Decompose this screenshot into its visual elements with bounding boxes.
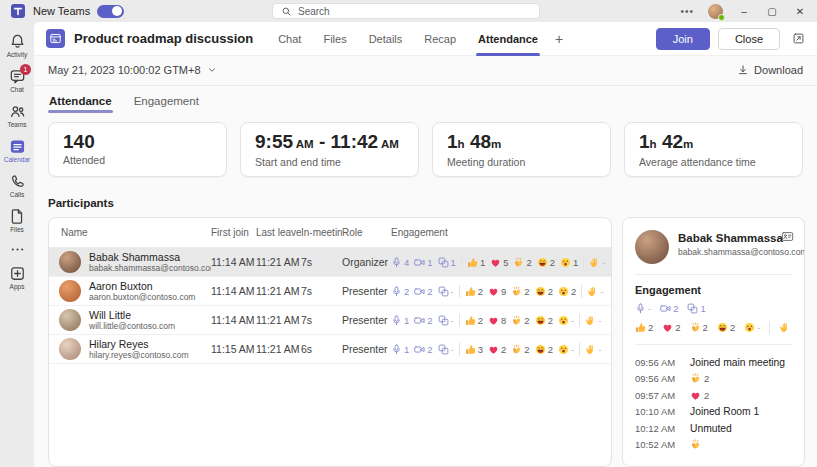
column-header[interactable]: First join xyxy=(211,227,256,238)
first-join-cell: 11:15 AM xyxy=(211,343,256,355)
user-avatar[interactable] xyxy=(708,4,723,19)
separator xyxy=(581,285,582,298)
sidebar-item-teams[interactable]: Teams xyxy=(0,98,34,133)
report-tab-engagement[interactable]: Engagement xyxy=(125,86,208,116)
camera-icon xyxy=(414,315,425,326)
sidebar-item-calls[interactable]: Calls xyxy=(0,168,34,203)
table-row[interactable]: Babak Shammassababak.shammassa@contoso.c… xyxy=(49,248,611,277)
sidebar-item-more[interactable] xyxy=(0,238,34,260)
sidebar-item-chat[interactable]: 1Chat xyxy=(0,63,34,98)
table-header-row: NameFirst joinLast leaveIn-meetin...Role… xyxy=(49,218,611,248)
report-tab-attendance[interactable]: Attendance xyxy=(40,86,121,116)
last-leave-cell: 11:21 AM xyxy=(256,314,301,326)
mic-icon xyxy=(391,257,402,268)
add-tab-button[interactable]: + xyxy=(547,31,571,47)
participant-name: Will Little xyxy=(89,310,175,321)
toggle-knob xyxy=(112,6,122,16)
download-label: Download xyxy=(754,64,803,76)
camera-icon xyxy=(414,286,425,297)
dots-icon xyxy=(9,241,26,258)
sidebar-item-calendar[interactable]: Calendar xyxy=(0,133,34,168)
table-row[interactable]: Will Littlewill.little@contoso.com11:14 … xyxy=(49,306,611,335)
maximize-button[interactable]: ▢ xyxy=(765,6,779,17)
close-window-button[interactable]: ✕ xyxy=(793,6,807,17)
file-icon xyxy=(9,208,26,225)
search-input[interactable]: Search xyxy=(272,3,540,19)
separator xyxy=(583,256,584,269)
column-header[interactable]: Engagement xyxy=(391,227,611,238)
heart-count: 2 xyxy=(488,344,506,355)
timeline-time: 09:56 AM xyxy=(635,357,681,368)
laugh-count: 2 xyxy=(717,322,735,333)
tab-attendance[interactable]: Attendance xyxy=(469,22,547,56)
card-label: Meeting duration xyxy=(447,156,596,168)
meeting-date-dropdown[interactable]: May 21, 2023 10:00:02 GTM+8 xyxy=(48,64,217,76)
tab-files[interactable]: Files xyxy=(314,22,355,56)
like-icon xyxy=(465,344,476,355)
rooms-count: - xyxy=(438,315,454,326)
timeline-time: 10:52 AM xyxy=(635,439,681,450)
teams-logo-icon xyxy=(10,3,26,19)
column-header[interactable]: Role xyxy=(342,227,391,238)
timeline-entry: 10:10 AMJoined Room 1 xyxy=(635,404,792,421)
tab-details[interactable]: Details xyxy=(360,22,412,56)
column-header[interactable]: In-meetin... xyxy=(301,227,342,238)
page-title: Product roadmap discussion xyxy=(74,31,253,46)
meeting-date: May 21, 2023 10:00:02 GTM+8 xyxy=(48,64,201,76)
heart-icon xyxy=(488,315,499,326)
raised-hand-icon xyxy=(587,286,598,297)
raised-hand-count: - xyxy=(779,322,792,333)
in-meeting-duration-cell: 6s xyxy=(301,343,342,355)
last-leave-cell: 11:21 AM xyxy=(256,285,301,297)
clap-icon xyxy=(511,344,522,355)
minimize-button[interactable]: – xyxy=(737,6,751,17)
engagement-cell: 12-3222-- xyxy=(391,343,611,356)
column-header[interactable]: Name xyxy=(49,227,211,238)
engagement-title: Engagement xyxy=(635,284,792,296)
search-icon xyxy=(281,6,292,17)
presence-indicator xyxy=(718,14,725,21)
summary-cards: 140Attended9:55 AM - 11:42 AMStart and e… xyxy=(34,116,817,177)
like-count: 1 xyxy=(467,257,485,268)
clap-icon xyxy=(690,322,701,333)
mic-count: 1 xyxy=(391,315,409,326)
contact-card-icon[interactable] xyxy=(781,230,794,243)
separator xyxy=(579,343,580,356)
sidebar-item-apps[interactable]: Apps xyxy=(0,260,34,295)
download-button[interactable]: Download xyxy=(737,64,803,76)
sidebar-item-activity[interactable]: Activity xyxy=(0,28,34,63)
like-count: 2 xyxy=(465,286,483,297)
more-options-icon[interactable]: ••• xyxy=(680,6,694,17)
sidebar-item-files[interactable]: Files xyxy=(0,203,34,238)
close-button[interactable]: Close xyxy=(718,28,780,50)
like-count: 2 xyxy=(635,322,653,333)
participant-email: hilary.reyes@contoso.com xyxy=(89,350,189,360)
surprised-icon xyxy=(558,344,569,355)
like-count: 2 xyxy=(465,315,483,326)
participant-name: Hilary Reyes xyxy=(89,339,189,350)
participants-table: NameFirst joinLast leaveIn-meetin...Role… xyxy=(48,217,612,467)
laugh-count: 2 xyxy=(535,315,553,326)
bell-icon xyxy=(9,33,26,50)
timeline-event xyxy=(690,439,701,450)
join-button[interactable]: Join xyxy=(656,28,710,50)
table-row[interactable]: Aaron Buxtonaaron.buxton@contoso.com11:1… xyxy=(49,277,611,306)
popout-icon[interactable] xyxy=(792,32,805,45)
detail-activity-row: -21 xyxy=(635,303,792,314)
download-icon xyxy=(737,64,749,76)
last-leave-cell: 11:21 AM xyxy=(256,343,301,355)
column-header[interactable]: Last leave xyxy=(256,227,301,238)
tab-recap[interactable]: Recap xyxy=(415,22,465,56)
surprised-icon xyxy=(744,322,755,333)
surprised-icon xyxy=(558,315,569,326)
like-icon xyxy=(635,322,646,333)
calendar-icon xyxy=(9,138,26,155)
clap-count: 2 xyxy=(511,344,529,355)
tab-chat[interactable]: Chat xyxy=(269,22,310,56)
new-teams-toggle[interactable] xyxy=(97,5,124,18)
camera-count: 2 xyxy=(414,315,432,326)
table-row[interactable]: Hilary Reyeshilary.reyes@contoso.com11:1… xyxy=(49,335,611,364)
participant-name: Aaron Buxton xyxy=(89,281,195,292)
sidebar-item-label: Apps xyxy=(10,283,25,290)
participant-name: Babak Shammassa xyxy=(89,252,211,263)
